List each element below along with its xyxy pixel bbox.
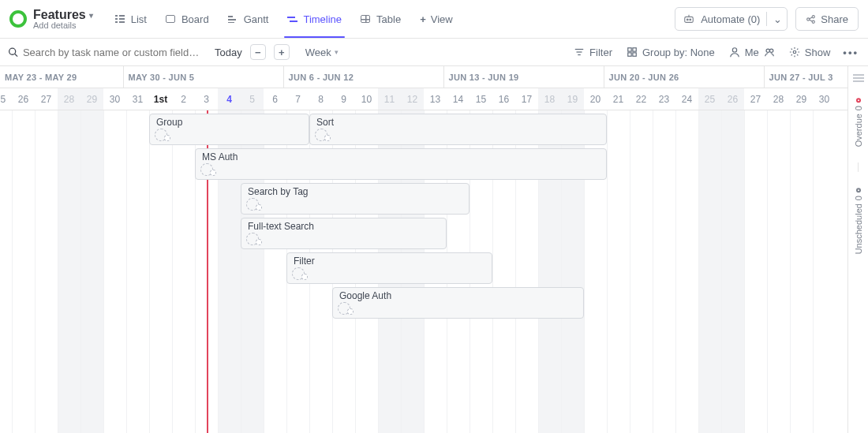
scale-label: Week [305, 47, 331, 58]
day-header[interactable]: 29 [790, 88, 813, 110]
add-assignee-icon[interactable] [210, 170, 216, 176]
add-assignee-icon[interactable] [301, 274, 308, 280]
day-header[interactable]: 12 [401, 88, 424, 110]
add-assignee-icon[interactable] [164, 135, 170, 141]
collapse-panel-button[interactable] [853, 74, 864, 82]
day-header[interactable]: 11 [378, 88, 401, 110]
task-bar[interactable]: Full-text Search [241, 218, 447, 249]
tab-list[interactable]: List [106, 0, 156, 38]
task-bar[interactable]: Sort [309, 114, 607, 145]
day-header[interactable]: 31 [126, 88, 149, 110]
share-button[interactable]: Share [795, 7, 859, 31]
task-bar[interactable]: MS Auth [195, 148, 607, 180]
today-button[interactable]: Today [215, 47, 242, 58]
zoom-in-button[interactable]: + [274, 44, 290, 60]
grid-column [721, 110, 744, 433]
tab-timeline[interactable]: Timeline [278, 0, 351, 38]
overdue-rail[interactable]: Overdue 0 [854, 98, 863, 147]
day-header[interactable]: 30 [813, 88, 836, 110]
svg-point-21 [793, 50, 796, 54]
automate-label: Automate (0) [701, 13, 760, 25]
day-header[interactable]: 7 [286, 88, 309, 110]
day-header[interactable]: 18 [538, 88, 561, 110]
grid-column [126, 110, 149, 433]
show-button[interactable]: Show [789, 47, 831, 58]
add-assignee-icon[interactable] [256, 239, 262, 245]
day-header[interactable]: 27 [744, 88, 767, 110]
day-header[interactable]: 4 [218, 88, 241, 110]
day-header[interactable]: 28 [58, 88, 80, 110]
tab-gantt[interactable]: Gantt [219, 0, 279, 38]
day-header[interactable]: 28 [767, 88, 790, 110]
me-toggle[interactable]: Me [729, 47, 759, 58]
list-info: Features ▾ Add details [33, 8, 93, 30]
day-header[interactable]: 22 [630, 88, 653, 110]
person-icon [729, 47, 740, 58]
add-details-link[interactable]: Add details [33, 21, 93, 30]
day-header[interactable]: 25 [698, 88, 721, 110]
chevron-down-icon[interactable]: ⌄ [766, 12, 782, 26]
day-header[interactable]: 16 [492, 88, 515, 110]
grid-column [653, 110, 675, 433]
day-header[interactable]: 20 [584, 88, 607, 110]
tab-table[interactable]: Table [351, 0, 410, 38]
add-assignee-icon[interactable] [256, 204, 262, 211]
day-header[interactable]: 27 [35, 88, 58, 110]
search-wrap [8, 47, 205, 58]
day-header[interactable]: 14 [447, 88, 470, 110]
day-header[interactable]: 26 [12, 88, 35, 110]
svg-point-4 [807, 17, 810, 20]
chevron-down-icon: ▾ [89, 11, 93, 20]
day-header[interactable]: 23 [653, 88, 675, 110]
day-header[interactable]: 21 [607, 88, 630, 110]
minus-icon: − [255, 47, 261, 58]
day-header[interactable]: 10 [355, 88, 378, 110]
day-header[interactable]: 1st [149, 88, 172, 110]
day-header[interactable]: 6 [264, 88, 286, 110]
top-bar: Features ▾ Add details List Board Gantt … [0, 0, 868, 39]
task-bar[interactable]: Search by Tag [241, 183, 470, 215]
robot-icon [683, 13, 694, 24]
share-icon [806, 14, 816, 24]
add-assignee-icon[interactable] [324, 135, 331, 141]
add-view-button[interactable]: + View [410, 0, 462, 38]
add-assignee-icon[interactable] [347, 308, 354, 315]
filter-button[interactable]: Filter [574, 47, 612, 58]
grid-column [80, 110, 103, 433]
day-header[interactable]: 17 [515, 88, 538, 110]
timeline-canvas[interactable]: MAY 23 - MAY 29MAY 30 - JUN 5JUN 6 - JUN… [0, 66, 847, 433]
day-header[interactable]: 24 [675, 88, 698, 110]
grid-column [0, 110, 12, 433]
day-header[interactable]: 8 [309, 88, 332, 110]
day-header[interactable]: 25 [0, 88, 12, 110]
zoom-out-button[interactable]: − [250, 44, 266, 60]
day-header[interactable]: 13 [424, 88, 447, 110]
plus-icon: + [279, 47, 285, 58]
group-by-button[interactable]: Group by: None [627, 47, 715, 58]
task-bar[interactable]: Google Auth [332, 287, 584, 319]
day-header[interactable]: 5 [241, 88, 264, 110]
day-header[interactable]: 30 [103, 88, 126, 110]
day-header[interactable]: 2 [172, 88, 195, 110]
unscheduled-rail[interactable]: Unscheduled 0 [854, 188, 863, 254]
day-header[interactable]: 3 [195, 88, 218, 110]
scale-picker[interactable]: Week ▾ [305, 47, 339, 58]
more-options-button[interactable]: ••• [843, 47, 859, 58]
tab-board[interactable]: Board [156, 0, 219, 38]
gantt-icon [228, 13, 239, 24]
assignees-button[interactable] [764, 47, 775, 58]
task-name: Search by Tag [248, 186, 462, 197]
list-color-icon[interactable] [9, 10, 27, 28]
day-header[interactable]: 29 [80, 88, 103, 110]
grid-column [698, 110, 721, 433]
grid-column [767, 110, 790, 433]
search-input[interactable] [23, 47, 205, 58]
task-bar[interactable]: Group [149, 114, 309, 145]
task-bar[interactable]: Filter [286, 252, 492, 284]
day-header[interactable]: 26 [721, 88, 744, 110]
day-header[interactable]: 15 [470, 88, 492, 110]
task-name: Google Auth [339, 290, 577, 301]
automate-button[interactable]: Automate (0) ⌄ [675, 7, 788, 31]
day-header[interactable]: 9 [332, 88, 355, 110]
day-header[interactable]: 19 [561, 88, 584, 110]
